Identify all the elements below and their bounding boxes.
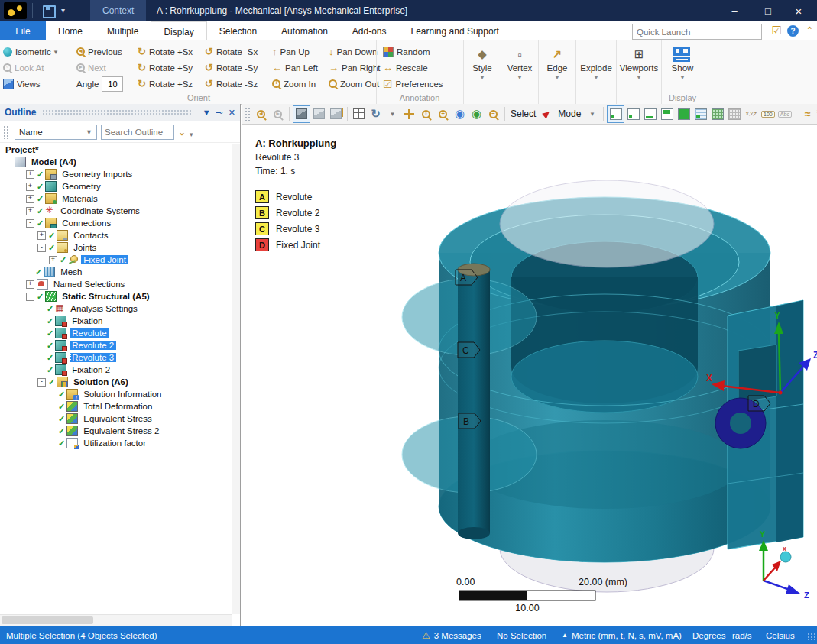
quick-launch-input[interactable] [632, 24, 762, 40]
filter-face-icon[interactable] [659, 106, 675, 122]
panel-menu-caret-icon[interactable]: ▼ [203, 108, 211, 117]
dropdown-caret-icon[interactable]: ▾ [584, 106, 600, 122]
rotate-plus-sz-button[interactable]: ↻Rotate +Sz [138, 79, 205, 89]
tree-item-equivalent-stress[interactable]: ✓Equivalent Stress [0, 413, 232, 425]
tree-item-geometry-imports[interactable]: +✓Geometry Imports [0, 168, 232, 180]
clamp-pin[interactable] [458, 270, 490, 533]
mode-label[interactable]: Mode [558, 108, 581, 119]
box-zoom-icon[interactable]: ▫ [418, 106, 434, 122]
tag-abc-icon[interactable]: Abc [776, 106, 793, 122]
tree-item-geometry[interactable]: +✓Geometry [0, 180, 232, 193]
tree-item-revolute-3[interactable]: ✓Revolute 3 [0, 351, 232, 364]
messages-button[interactable]: ⚠ 3 Messages [422, 626, 481, 644]
save-icon[interactable] [43, 5, 56, 18]
ribbon-collapse-icon[interactable]: ⌃ [806, 25, 813, 35]
select-cursor-icon[interactable] [539, 106, 555, 122]
rotate-minus-sx-button[interactable]: ↺Rotate -Sx [205, 47, 272, 57]
collapse-icon[interactable]: - [37, 244, 46, 252]
angle-unit-selector[interactable]: Degrees [692, 626, 725, 644]
chevron-down-icon[interactable]: ▾ [190, 131, 193, 138]
help-icon[interactable]: ? [787, 25, 799, 37]
tree-item-fixation-2[interactable]: ✓Fixation 2 [0, 364, 232, 376]
rotate-plus-sx-button[interactable]: ↻Rotate +Sx [138, 47, 205, 57]
pan-left-button[interactable]: ←Pan Left [272, 63, 329, 73]
expand-search-icon[interactable]: ⌄ [178, 127, 186, 138]
pin-icon[interactable]: ⊸ [216, 108, 223, 118]
tree-item-named-selections[interactable]: +Named Selections [0, 278, 232, 290]
zoom-fit-icon[interactable]: ◉ [452, 106, 468, 122]
expand-icon[interactable]: + [37, 231, 46, 240]
collapse-icon[interactable]: - [37, 378, 46, 387]
collapse-icon[interactable]: - [26, 293, 34, 301]
zoom-previous-icon[interactable]: ◂ [253, 106, 269, 122]
rotate-plus-sy-button[interactable]: ↻Rotate +Sy [138, 63, 205, 73]
tree-item-fixation[interactable]: ✓Fixation [0, 315, 232, 327]
chart-icon[interactable]: ≈ [799, 106, 815, 122]
rotate-minus-sz-button[interactable]: ↺Rotate -Sz [205, 79, 272, 89]
tree-item-mesh[interactable]: ✓Mesh [0, 266, 232, 278]
vertex-button[interactable]: ▫Vertex▼ [501, 40, 538, 104]
multi-select-icon[interactable] [328, 106, 344, 122]
feedback-icon[interactable]: ☑ [772, 24, 782, 37]
temperature-unit[interactable]: Celsius [766, 626, 795, 644]
zoom-in-icon[interactable]: + [435, 106, 451, 122]
tree-item-joints[interactable]: -✓Joints [0, 241, 232, 254]
tree-item-utilization-factor[interactable]: ✓Utilization factor [0, 437, 232, 449]
tree-item-project[interactable]: Project* [0, 144, 232, 156]
tree-item-static-structural-a5[interactable]: -✓Static Structural (A5) [0, 290, 232, 303]
tab-file[interactable]: File [0, 21, 46, 40]
tab-learning-and-support[interactable]: Learning and Support [399, 21, 511, 40]
rotate-view-icon[interactable]: ↻ [368, 106, 384, 122]
rescale-button[interactable]: ↔Rescale [383, 62, 428, 73]
expand-icon[interactable]: + [26, 280, 34, 289]
zoom-out-icon[interactable]: − [485, 106, 501, 122]
tree-item-equivalent-stress-2[interactable]: ✓Equivalent Stress 2 [0, 425, 232, 437]
tree-item-materials[interactable]: +✓Materials [0, 193, 232, 205]
isometric-button[interactable]: Isometric▾ [3, 47, 76, 57]
filter-points-icon[interactable] [607, 105, 624, 123]
angular-velocity-unit[interactable]: rad/s [732, 626, 752, 644]
tree-item-contacts[interactable]: +✓Contacts [0, 229, 232, 241]
expand-icon[interactable]: + [26, 183, 34, 191]
filter-edge-icon[interactable] [642, 106, 658, 122]
geometry-viewport[interactable]: X Y Z A C B [242, 125, 817, 626]
viewports-button[interactable]: ⊞Viewports▼ [616, 40, 661, 104]
outline-vertical-scrollbar[interactable] [232, 144, 240, 614]
tree-item-solution-information[interactable]: ✓Solution Information [0, 388, 232, 400]
zoom-next-icon[interactable]: ▸ [270, 106, 286, 122]
tab-multiple[interactable]: Multiple [95, 21, 151, 40]
expand-icon[interactable]: + [26, 170, 34, 179]
units-selector[interactable]: ▲ Metric (mm, t, N, s, mV, mA) [562, 626, 682, 644]
box-select-icon[interactable] [311, 106, 327, 122]
expand-icon[interactable]: + [49, 256, 57, 264]
single-select-icon[interactable] [293, 105, 310, 123]
tab-selection[interactable]: Selection [207, 21, 269, 40]
explode-button[interactable]: Explode▼ [575, 40, 616, 104]
tree-item-revolute-2[interactable]: ✓Revolute 2 [0, 339, 232, 351]
close-panel-icon[interactable]: ✕ [229, 108, 235, 118]
tree-item-model-a4[interactable]: Model (A4) [0, 156, 232, 168]
quick-access-caret-icon[interactable]: ▾ [61, 6, 65, 15]
angle-input[interactable] [102, 76, 123, 92]
tree-item-total-deformation[interactable]: ✓Total Deformation [0, 400, 232, 413]
filter-body-icon[interactable] [676, 106, 692, 122]
tree-item-coordinate-systems[interactable]: +✓Coordinate Systems [0, 205, 232, 217]
preferences-button[interactable]: ☑Preferences [383, 78, 443, 90]
tree-item-fixed-joint[interactable]: +✓Fixed Joint [0, 254, 232, 266]
collapse-icon[interactable]: - [26, 219, 34, 228]
tree-item-solution-a6[interactable]: -✓Solution (A6) [0, 376, 232, 388]
zoom-in-button[interactable]: +Zoom In [272, 79, 329, 89]
filter-mesh-gray-icon[interactable] [726, 106, 742, 122]
previous-view-button[interactable]: ◂Previous [76, 47, 138, 57]
outline-horizontal-scrollbar[interactable] [0, 614, 232, 626]
pan-up-button[interactable]: ↑Pan Up [272, 47, 329, 57]
rotate-minus-sy-button[interactable]: ↺Rotate -Sy [205, 63, 272, 73]
close-button[interactable]: × [783, 0, 814, 21]
viewport-layout-icon[interactable] [351, 106, 367, 122]
tree-item-revolute[interactable]: ✓Revolute [0, 327, 232, 339]
coords-xyz-icon[interactable]: X,Y,Z [743, 106, 759, 122]
model-canvas[interactable]: X Y Z A C B [242, 125, 817, 626]
minimize-button[interactable]: – [719, 0, 750, 21]
dropdown-caret-icon[interactable]: ▾ [384, 106, 400, 122]
style-button[interactable]: ◆Style▼ [463, 40, 501, 104]
